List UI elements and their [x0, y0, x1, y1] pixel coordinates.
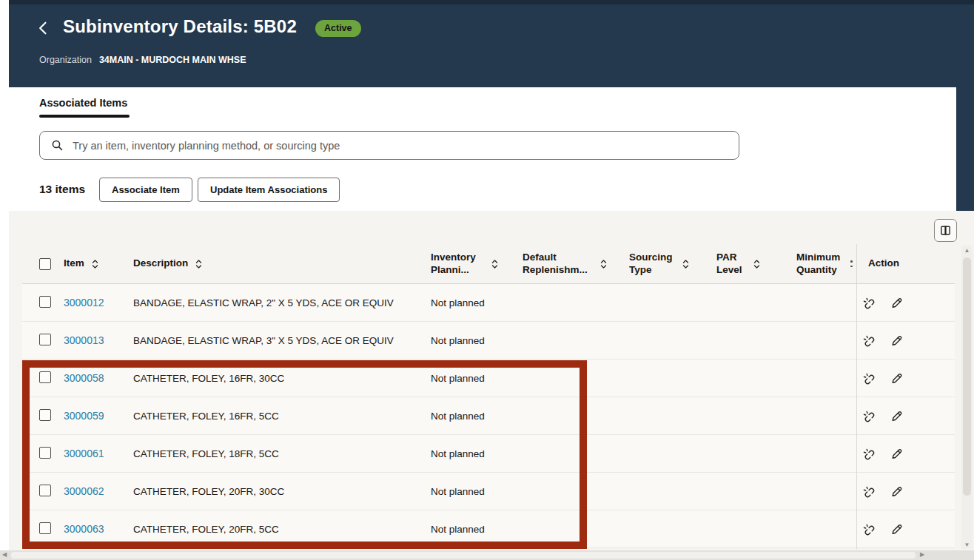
clipped-sort-icon: [850, 260, 853, 267]
pencil-icon: [890, 485, 903, 498]
broken-link-icon: [862, 372, 875, 385]
sort-icon[interactable]: [491, 258, 499, 270]
edit-item-button[interactable]: [890, 485, 903, 498]
unassociate-item-button[interactable]: [862, 410, 875, 422]
item-description: CATHETER, FOLEY, 16FR, 30CC: [126, 373, 426, 384]
manage-columns-button[interactable]: [934, 219, 957, 242]
broken-link-icon: [862, 485, 875, 498]
vertical-scrollbar-thumb[interactable]: [963, 257, 971, 496]
item-description: BANDAGE, ELASTIC WRAP, 3" X 5 YDS, ACE O…: [126, 335, 426, 346]
inventory-planning-value: Not planned: [426, 297, 517, 308]
row-checkbox[interactable]: [39, 296, 51, 308]
row-checkbox[interactable]: [39, 522, 51, 534]
pencil-icon: [890, 448, 903, 460]
sort-icon[interactable]: [682, 258, 690, 270]
broken-link-icon: [862, 297, 875, 309]
unassociate-item-button[interactable]: [862, 485, 875, 498]
column-header-minimum-quantity: Minimum Quantity: [796, 252, 842, 277]
broken-link-icon: [862, 334, 875, 347]
item-link[interactable]: 3000012: [64, 297, 104, 308]
row-checkbox[interactable]: [39, 409, 51, 421]
sort-icon[interactable]: [91, 258, 99, 270]
scroll-right-arrow-icon[interactable]: ▶: [920, 551, 924, 558]
column-header-description: Description: [133, 257, 188, 270]
inventory-planning-value: Not planned: [426, 411, 517, 422]
search-input[interactable]: [73, 132, 739, 159]
item-link[interactable]: 3000061: [64, 448, 104, 459]
horizontal-scrollbar-thumb[interactable]: [11, 552, 916, 559]
item-link[interactable]: 3000062: [64, 485, 104, 497]
row-checkbox[interactable]: [39, 334, 51, 345]
select-all-checkbox[interactable]: [39, 258, 51, 270]
edit-item-button[interactable]: [890, 448, 903, 460]
edit-item-button[interactable]: [890, 410, 903, 422]
item-link[interactable]: 3000063: [64, 523, 104, 535]
organization-label: Organization: [39, 55, 92, 65]
item-description: CATHETER, FOLEY, 16FR, 5CC: [126, 411, 426, 422]
pencil-icon: [890, 372, 903, 385]
tab-associated-items[interactable]: Associated Items: [39, 97, 127, 109]
table-header-row: Item Description Inventory Planni... Def…: [22, 244, 955, 284]
frozen-column-divider: [856, 244, 857, 549]
vertical-scrollbar[interactable]: ▲ ▼: [961, 246, 973, 549]
unassociate-item-button[interactable]: [862, 334, 875, 347]
inventory-planning-value: Not planned: [426, 373, 517, 384]
organization-row: Organization34MAIN - MURDOCH MAIN WHSE: [39, 55, 246, 65]
column-header-item: Item: [64, 257, 84, 270]
item-description: BANDAGE, ELASTIC WRAP, 2" X 5 YDS, ACE O…: [126, 297, 426, 308]
edit-item-button[interactable]: [890, 297, 903, 309]
item-link[interactable]: 3000013: [64, 334, 104, 346]
column-header-par-level: PAR Level: [716, 252, 746, 277]
inventory-planning-value: Not planned: [426, 486, 517, 497]
unassociate-item-button[interactable]: [862, 448, 875, 460]
status-badge: Active: [315, 20, 361, 37]
search-icon: [51, 139, 64, 152]
broken-link-icon: [862, 410, 875, 422]
item-link[interactable]: 3000059: [64, 410, 104, 422]
row-checkbox[interactable]: [39, 447, 51, 459]
sort-icon[interactable]: [599, 258, 608, 270]
column-header-action: Action: [868, 257, 899, 270]
broken-link-icon: [862, 523, 875, 536]
item-description: CATHETER, FOLEY, 20FR, 30CC: [126, 486, 426, 497]
sort-icon[interactable]: [195, 258, 203, 270]
table-row: 3000013 BANDAGE, ELASTIC WRAP, 3" X 5 YD…: [22, 322, 955, 360]
row-checkbox[interactable]: [39, 485, 51, 496]
unassociate-item-button[interactable]: [862, 297, 875, 309]
pencil-icon: [890, 334, 903, 347]
scroll-up-arrow-icon[interactable]: ▲: [961, 247, 973, 254]
items-table: Item Description Inventory Planni... Def…: [22, 244, 955, 548]
unassociate-item-button[interactable]: [862, 372, 875, 385]
table-row: 3000061 CATHETER, FOLEY, 18FR, 5CC Not p…: [22, 435, 955, 473]
table-row: 3000062 CATHETER, FOLEY, 20FR, 30CC Not …: [22, 473, 955, 510]
inventory-planning-value: Not planned: [426, 524, 517, 535]
header-top-strip: [9, 0, 974, 4]
horizontal-scrollbar[interactable]: ◀ ▶: [0, 550, 974, 560]
page-title: Subinventory Details: 5B02: [63, 16, 297, 37]
sort-icon[interactable]: [753, 258, 761, 270]
table-row: 3000059 CATHETER, FOLEY, 16FR, 5CC Not p…: [22, 397, 955, 435]
items-count: 13 items: [39, 183, 85, 196]
scroll-left-arrow-icon[interactable]: ◀: [2, 551, 7, 558]
app-window: Subinventory Details: 5B02 Active Organi…: [0, 0, 974, 560]
update-item-associations-button[interactable]: Update Item Associations: [198, 178, 340, 202]
pencil-icon: [890, 297, 903, 309]
associate-item-button[interactable]: Associate Item: [99, 178, 192, 202]
pencil-icon: [890, 410, 903, 422]
scroll-down-arrow-icon[interactable]: ▼: [961, 542, 973, 548]
edit-item-button[interactable]: [890, 523, 903, 536]
edit-item-button[interactable]: [890, 334, 903, 347]
column-header-default-replenishment: Default Replenishm...: [523, 252, 593, 277]
chevron-left-icon: [36, 20, 52, 36]
item-link[interactable]: 3000058: [64, 372, 104, 384]
unassociate-item-button[interactable]: [862, 523, 875, 536]
columns-icon: [939, 224, 952, 237]
tab-active-underline: [39, 115, 130, 118]
edit-item-button[interactable]: [890, 372, 903, 385]
broken-link-icon: [862, 448, 875, 460]
organization-value: 34MAIN - MURDOCH MAIN WHSE: [99, 55, 246, 65]
back-button[interactable]: [36, 20, 52, 36]
item-description: CATHETER, FOLEY, 18FR, 5CC: [126, 448, 426, 459]
row-checkbox[interactable]: [39, 371, 51, 383]
inventory-planning-value: Not planned: [426, 335, 517, 346]
